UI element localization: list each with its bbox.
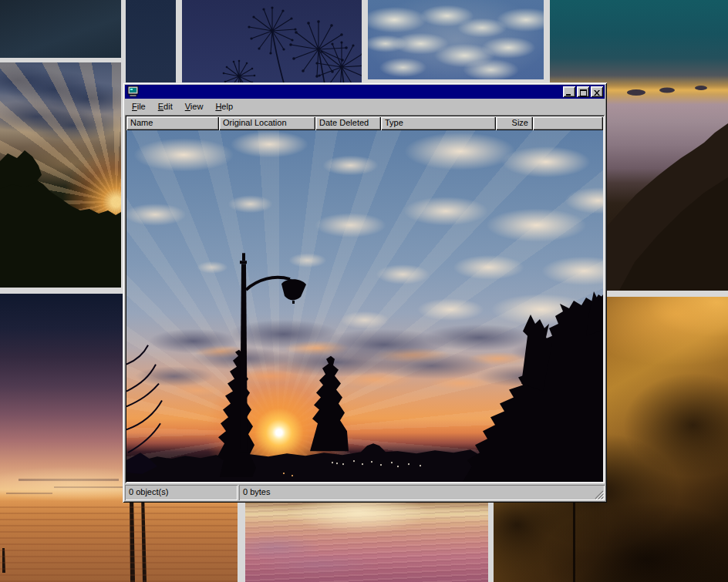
- menu-help[interactable]: Help: [209, 100, 239, 113]
- column-header-size[interactable]: Size: [496, 116, 533, 130]
- wallpaper-dark-dusk-sky: [0, 0, 121, 58]
- file-list-view[interactable]: Name Original Location Date Deleted Type…: [125, 115, 605, 483]
- status-size: 0 bytes: [239, 485, 605, 500]
- menubar: File Edit View Help: [125, 99, 605, 115]
- column-header-spacer: [533, 116, 603, 130]
- menu-file[interactable]: File: [126, 100, 152, 113]
- minimize-icon: [566, 90, 572, 96]
- photo-foreground-silhouettes: [126, 130, 603, 482]
- titlebar[interactable]: [125, 85, 605, 99]
- close-button[interactable]: [591, 86, 603, 97]
- column-headers: Name Original Location Date Deleted Type…: [126, 116, 603, 130]
- statusbar: 0 object(s) 0 bytes: [125, 485, 605, 500]
- wallpaper-sun-rays-over-trees: [0, 62, 121, 288]
- computer-icon: [127, 86, 140, 98]
- minimize-button[interactable]: [563, 86, 575, 97]
- desktop: File Edit View Help Name Original Locati…: [0, 0, 728, 582]
- column-header-name[interactable]: Name: [126, 116, 219, 130]
- column-header-type[interactable]: Type: [381, 116, 496, 130]
- water-texture: [0, 502, 238, 582]
- maximize-icon: [580, 89, 587, 96]
- wallpaper-altocumulus-blue-sky: [368, 0, 544, 79]
- column-header-date-deleted[interactable]: Date Deleted: [315, 116, 381, 130]
- status-object-count: 0 object(s): [125, 485, 238, 500]
- resize-grip-icon[interactable]: [594, 489, 604, 500]
- maximize-button[interactable]: [577, 86, 589, 97]
- close-icon: [594, 90, 600, 96]
- column-header-original-location[interactable]: Original Location: [219, 116, 315, 130]
- explorer-window[interactable]: File Edit View Help Name Original Locati…: [123, 82, 607, 503]
- menu-view[interactable]: View: [179, 100, 210, 113]
- treeline-silhouette-art: [0, 62, 121, 288]
- menu-edit[interactable]: Edit: [152, 100, 179, 113]
- folder-view-photo-area[interactable]: [126, 130, 603, 482]
